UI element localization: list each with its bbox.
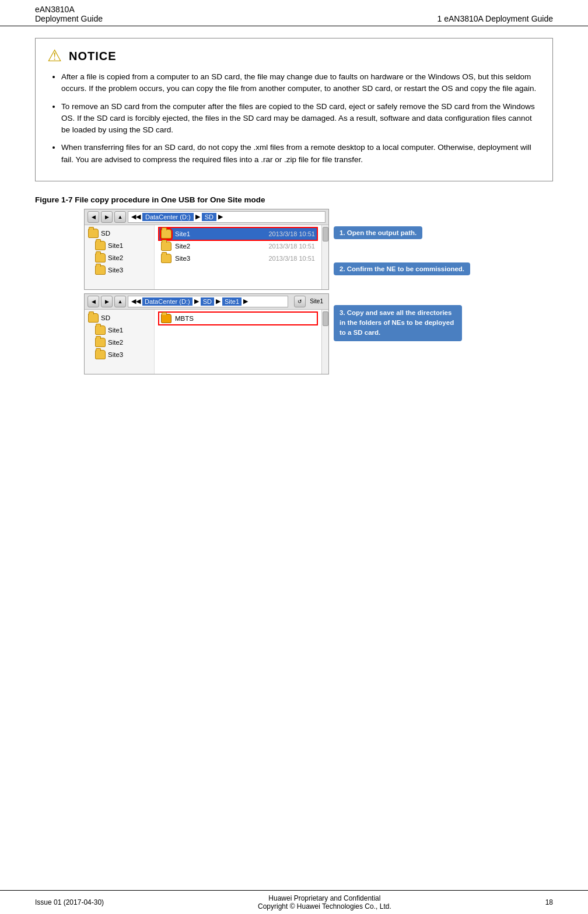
panel2-path-arr2: ▶: [216, 297, 220, 305]
footer-issue: Issue 01 (2017-04-30): [35, 898, 104, 906]
sidebar-site1[interactable]: Site1: [87, 240, 152, 251]
notice-title: NOTICE: [69, 50, 117, 63]
folder-icon-site2: [95, 253, 106, 262]
item-site1-name: Site1: [175, 230, 190, 237]
panel2-sidebar-site2[interactable]: Site2: [87, 337, 152, 348]
callout-1: 1. Open the output path.: [334, 226, 422, 239]
path-datacenter: ◀◀: [131, 213, 141, 220]
warning-icon: ⚠: [47, 48, 62, 64]
panel2-body: SD Site1 Site2 Site3: [85, 310, 328, 374]
folder-icon-site3: [95, 265, 106, 275]
panel2-path-sd: SD: [201, 297, 214, 306]
item-site1-date: 2013/3/18 10:51: [268, 230, 315, 237]
page-footer: Issue 01 (2017-04-30) Huawei Proprietary…: [0, 890, 588, 914]
main-content: ⚠ NOTICE After a file is copied from a c…: [0, 26, 588, 390]
folder-icon-site1: [95, 241, 106, 250]
folder-icon-p2-site1: [95, 325, 106, 335]
item-site2-name: Site2: [175, 243, 190, 250]
item-site2-date: 2013/3/18 10:51: [268, 243, 315, 250]
footer-page: 18: [545, 898, 553, 906]
panel2-path-back: ◀◀: [131, 297, 141, 305]
sidebar-sd[interactable]: SD: [87, 227, 152, 239]
panel1-item-site3[interactable]: Site3 2013/3/18 10:51: [159, 253, 317, 264]
folder-icon-p2-sd: [88, 313, 99, 323]
item-mbts-name: MBTS: [175, 315, 194, 322]
panel2-path-site1: Site1: [222, 297, 242, 306]
callout-1-container: 1. Open the output path.: [334, 226, 470, 239]
notice-item-3: When transferring files for an SD card, …: [61, 142, 541, 166]
item-site3-name: Site3: [175, 255, 190, 262]
callout-2-container: 2. Confirm the NE to be commissioned.: [334, 262, 470, 275]
folder-icon-p2-site3: [95, 350, 106, 359]
footer-center: Huawei Proprietary and Confidential Copy…: [258, 894, 391, 911]
panel1-address-path[interactable]: ◀◀ DataCenter (D:) ▶ SD ▶: [128, 211, 326, 223]
panel2-sidebar-site3-label: Site3: [108, 351, 123, 358]
panel2-sidebar-site2-label: Site2: [108, 339, 123, 346]
panel2-scrollbar[interactable]: [321, 310, 328, 374]
path-arrow2: ▶: [218, 213, 223, 220]
callout-2: 2. Confirm the NE to be commissioned.: [334, 262, 470, 275]
up-button[interactable]: ▲: [114, 211, 126, 223]
panel2-up-button[interactable]: ▲: [114, 296, 126, 307]
sidebar-site3[interactable]: Site3: [87, 264, 152, 276]
panel1-addressbar: ◀ ▶ ▲ ◀◀ DataCenter (D:) ▶ SD ▶: [85, 209, 328, 225]
folder-icon-p2-site2: [95, 338, 106, 347]
panel2-addressbar: ◀ ▶ ▲ ◀◀ DataCenter (D:) ▶ SD ▶ Site1 ▶ …: [85, 294, 328, 310]
explorer-panel-1: ◀ ▶ ▲ ◀◀ DataCenter (D:) ▶ SD ▶: [84, 209, 329, 290]
item-site3-date: 2013/3/18 10:51: [268, 255, 315, 262]
figure-caption: Figure 1-7 File copy procedure in One US…: [35, 195, 553, 204]
panel2-sidebar-site1[interactable]: Site1: [87, 324, 152, 336]
panel2-sidebar-site3[interactable]: Site3: [87, 349, 152, 360]
folder-icon-mbts: [161, 314, 172, 323]
notice-box: ⚠ NOTICE After a file is copied from a c…: [35, 38, 553, 181]
sidebar-site2[interactable]: Site2: [87, 252, 152, 264]
panel2-item-mbts[interactable]: MBTS: [159, 313, 317, 324]
panel1-scrollbar[interactable]: [321, 225, 328, 289]
panel2-refresh-btn[interactable]: ↺: [294, 296, 306, 307]
panel2-path-datacenter: DataCenter (D:): [142, 297, 192, 306]
header-right: 1 eAN3810A Deployment Guide: [438, 14, 553, 23]
folder-icon-sd: [88, 229, 99, 238]
explorer-panel-2: ◀ ▶ ▲ ◀◀ DataCenter (D:) ▶ SD ▶ Site1 ▶ …: [84, 293, 329, 374]
path-arrow1: ▶: [195, 213, 200, 220]
panel1-callouts: 1. Open the output path. 2. Confirm the …: [334, 209, 470, 275]
panel2-sidebar-sd-label: SD: [101, 314, 110, 321]
panel1-main: Site1 2013/3/18 10:51 Site2 2013/3/18 10…: [155, 225, 321, 289]
header-left: eAN3810A Deployment Guide: [35, 5, 103, 23]
path-sd-label: SD: [202, 213, 216, 221]
sidebar-site3-label: Site3: [108, 267, 123, 274]
figure-label: Figure 1-7: [35, 195, 73, 204]
panel2-address-path[interactable]: ◀◀ DataCenter (D:) ▶ SD ▶ Site1 ▶: [128, 296, 288, 307]
panel2-sidebar-sd[interactable]: SD: [87, 312, 152, 324]
panel1-row: ◀ ▶ ▲ ◀◀ DataCenter (D:) ▶ SD ▶: [84, 209, 504, 290]
figure-image: ◀ ▶ ▲ ◀◀ DataCenter (D:) ▶ SD ▶: [84, 209, 504, 374]
back-button[interactable]: ◀: [88, 211, 99, 223]
footer-center-line1: Huawei Proprietary and Confidential: [258, 894, 391, 902]
page-header: eAN3810A Deployment Guide 1 eAN3810A Dep…: [0, 0, 588, 26]
path-datacenter-label: DataCenter (D:): [142, 213, 194, 221]
panel2-sidebar-site1-label: Site1: [108, 327, 123, 334]
header-doc-type: Deployment Guide: [35, 14, 103, 23]
panel1-item-site2[interactable]: Site2 2013/3/18 10:51: [159, 240, 317, 252]
panel2-main: MBTS: [155, 310, 321, 374]
notice-title-row: ⚠ NOTICE: [47, 48, 541, 64]
figure-title: File copy procedure in One USB for One S…: [75, 195, 265, 204]
panel2-sidebar: SD Site1 Site2 Site3: [85, 310, 155, 374]
panel2-path-arr1: ▶: [194, 297, 199, 305]
notice-item-1: After a file is copied from a computer t…: [61, 71, 541, 95]
notice-item-2: To remove an SD card from the computer a…: [61, 101, 541, 136]
sidebar-site1-label: Site1: [108, 242, 123, 249]
panel1-body: SD Site1 Site2 Site3: [85, 225, 328, 289]
panel2-path-arr3: ▶: [243, 297, 248, 305]
panel2-back-button[interactable]: ◀: [88, 296, 99, 307]
folder-icon-main-site1: [161, 229, 172, 239]
panel2-row: ◀ ▶ ▲ ◀◀ DataCenter (D:) ▶ SD ▶ Site1 ▶ …: [84, 293, 504, 374]
forward-button[interactable]: ▶: [101, 211, 113, 223]
folder-icon-main-site3: [161, 254, 172, 263]
panel2-path-right-label: Site1: [307, 298, 326, 304]
folder-icon-main-site2: [161, 241, 172, 251]
sidebar-site2-label: Site2: [108, 254, 123, 261]
panel1-item-site1[interactable]: Site1 2013/3/18 10:51: [159, 228, 317, 240]
sidebar-sd-label: SD: [101, 230, 110, 237]
panel2-forward-button[interactable]: ▶: [101, 296, 113, 307]
